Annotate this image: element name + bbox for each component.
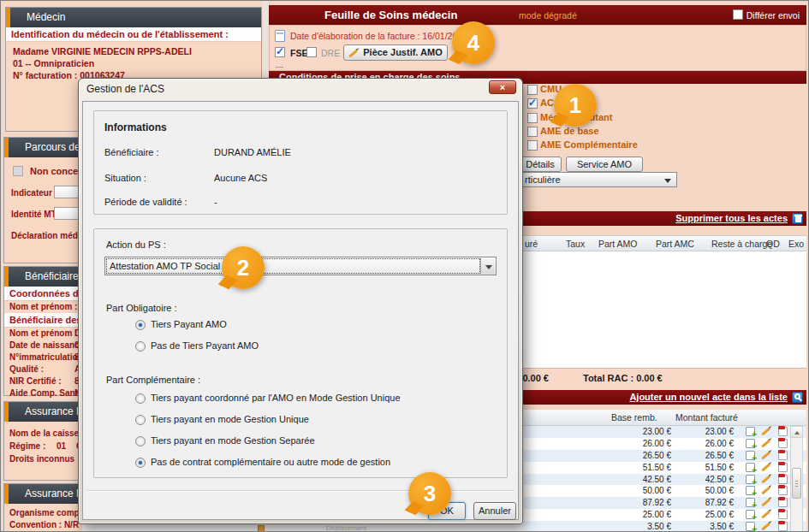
- differer-envoi-checkbox[interactable]: [733, 9, 743, 20]
- red-note-icon[interactable]: [778, 451, 788, 460]
- date-icon: [275, 30, 285, 42]
- periode-validite-value: -: [214, 197, 217, 207]
- radio-tp-coordonne-amo[interactable]: Tiers payant coordonné par l'AMO en Mode…: [135, 393, 401, 404]
- add-note-icon[interactable]: [746, 427, 755, 436]
- cancel-button[interactable]: Annuler: [473, 502, 516, 520]
- application-window: Médecin Identification du médecin ou de …: [0, 0, 809, 532]
- date-elaboration-label: Date d'élaboration de la facture : 16/01…: [290, 31, 467, 41]
- add-note-icon[interactable]: [746, 451, 755, 460]
- action-ps-label: Action du PS :: [106, 239, 166, 250]
- step-badge-2: 2: [222, 246, 265, 289]
- situation-value: Aucune ACS: [214, 173, 267, 183]
- col-montant-facture: Montant facturé: [675, 412, 738, 423]
- informations-groupbox: Informations Bénéficiaire : DURAND AMÉLI…: [93, 110, 508, 215]
- dialog-title[interactable]: Gestion de l'ACS: [79, 79, 522, 99]
- condition-checkbox-ame-base[interactable]: AME de base: [527, 126, 599, 137]
- edit-pencil-icon[interactable]: [761, 428, 770, 435]
- supprimer-actes-link[interactable]: Supprimer tous les actes: [675, 213, 788, 223]
- red-note-icon[interactable]: [778, 475, 788, 484]
- red-note-icon[interactable]: [778, 510, 788, 519]
- dre-checkbox[interactable]: [306, 47, 317, 57]
- chevron-down-icon[interactable]: [480, 258, 495, 274]
- radio-pas-de-contrat[interactable]: Pas de contrat complémentaire ou autre m…: [135, 457, 390, 468]
- total-rac: Total RAC : 0.00 €: [583, 373, 663, 383]
- action-ps-dropdown[interactable]: Attestation AMO TP Social AMO: [104, 257, 497, 275]
- edit-pencil-icon[interactable]: [761, 523, 770, 530]
- col-part-amo: Part AMO: [598, 239, 638, 249]
- beneficiaire-label: Bénéficiaire :: [104, 147, 159, 157]
- differer-envoi-label: Différer envoi: [747, 10, 800, 21]
- fsm-mode-degrade: mode dégradé: [519, 10, 577, 21]
- acs-checkbox-box[interactable]: [527, 98, 538, 109]
- add-note-icon[interactable]: [746, 510, 755, 519]
- trash-icon[interactable]: [792, 213, 803, 224]
- total-rac-value: 0.00 €: [636, 373, 663, 383]
- red-note-icon[interactable]: [778, 439, 788, 448]
- radio-pas-tiers-payant-amo[interactable]: Pas de Tiers Payant AMO: [135, 340, 259, 352]
- action-groupbox: Action du PS : Attestation AMO TP Social…: [93, 228, 508, 478]
- add-note-icon[interactable]: [746, 475, 755, 484]
- fsm-title: Feuille de Soins médecin: [324, 9, 457, 21]
- fsm-header-bar: Feuille de Soins médecin mode dégradé Di…: [269, 5, 806, 25]
- edit-pencil-icon[interactable]: [761, 452, 770, 459]
- condition-checkbox-ame-complementaire[interactable]: AME Complémentaire: [527, 139, 638, 151]
- radio-tiers-payant-amo[interactable]: Tiers Payant AMO: [135, 319, 227, 330]
- red-note-icon[interactable]: [778, 522, 788, 531]
- scrollbar-thumb[interactable]: [792, 468, 801, 499]
- pencil-icon: [349, 49, 358, 56]
- add-note-icon[interactable]: [746, 498, 755, 507]
- add-note-icon[interactable]: [746, 439, 755, 448]
- facture-scrollbar[interactable]: [790, 426, 803, 532]
- ajouter-acte-link[interactable]: Ajouter un nouvel acte dans la liste: [629, 392, 788, 402]
- col-exo: Exo: [788, 239, 804, 249]
- edit-pencil-icon[interactable]: [761, 499, 770, 506]
- edit-pencil-icon[interactable]: [761, 463, 770, 470]
- situation-label: Situation :: [104, 173, 146, 183]
- regime-value: 01: [57, 441, 66, 451]
- step-badge-3: 3: [408, 472, 451, 515]
- cmu-checkbox-box[interactable]: [527, 85, 538, 95]
- fse-dashes: ---: [276, 62, 283, 71]
- fse-checkbox[interactable]: [275, 47, 285, 57]
- panel-medecin-title: Médecin: [27, 11, 65, 23]
- red-note-icon[interactable]: [778, 427, 788, 436]
- panel-medecin-header: Médecin: [6, 8, 261, 27]
- close-icon[interactable]: ×: [489, 80, 516, 94]
- ame-complementaire-checkbox-box[interactable]: [527, 140, 538, 151]
- add-note-icon[interactable]: [746, 486, 755, 495]
- red-note-icon[interactable]: [778, 486, 788, 495]
- col-qd: QD: [766, 239, 780, 249]
- service-amo-button[interactable]: Service AMO: [566, 157, 643, 172]
- piece-justif-amo-button[interactable]: Pièce Justif. AMO: [343, 44, 448, 61]
- details-button[interactable]: Détails: [519, 157, 562, 172]
- dialog-body: Informations Bénéficiaire : DURAND AMÉLI…: [82, 101, 519, 520]
- regime-label: Régime :: [9, 441, 45, 451]
- col-taux: Taux: [566, 239, 585, 249]
- medecin-specialty: 01 -- Omnipraticien: [13, 57, 254, 69]
- medecin-section-title: Identification du médecin ou de l'établi…: [6, 27, 261, 42]
- edit-pencil-icon[interactable]: [761, 487, 770, 494]
- hidden-table-row-strip: Déplacement: [82, 524, 523, 532]
- add-note-icon[interactable]: [746, 463, 755, 472]
- fse-label: FSE: [290, 48, 307, 58]
- beneficiaire-value: DURAND AMÉLIE: [214, 147, 291, 157]
- red-note-icon[interactable]: [778, 498, 788, 507]
- radio-tp-gestion-separee[interactable]: Tiers payant en mode Gestion Separée: [135, 435, 315, 446]
- part-complementaire-label: Part Complémentaire :: [106, 375, 200, 385]
- edit-pencil-icon[interactable]: [761, 475, 770, 482]
- edit-pencil-icon[interactable]: [761, 511, 770, 518]
- col-reste-a-charge: Reste à charge: [711, 239, 772, 249]
- medecin-name: Madame VIRGINIE MEDECIN RPPS-ADELI: [13, 45, 254, 57]
- medecin-traitant-checkbox-box[interactable]: [527, 113, 538, 123]
- non-concerne-checkbox[interactable]: [13, 166, 23, 176]
- col-part-amc: Part AMC: [656, 239, 694, 249]
- col-montant-facture-fragment: uré: [525, 239, 538, 249]
- radio-tp-gestion-unique[interactable]: Tiers payant en mode Gestion Unique: [135, 414, 309, 425]
- red-note-icon[interactable]: [778, 463, 788, 472]
- add-note-icon[interactable]: [746, 522, 755, 531]
- edit-pencil-icon[interactable]: [761, 440, 770, 447]
- magnifier-icon[interactable]: [792, 392, 803, 403]
- col-base-remb: Base remb.: [611, 412, 657, 423]
- ame-base-checkbox-box[interactable]: [527, 127, 538, 137]
- scrollbar-up-arrow[interactable]: [791, 427, 802, 438]
